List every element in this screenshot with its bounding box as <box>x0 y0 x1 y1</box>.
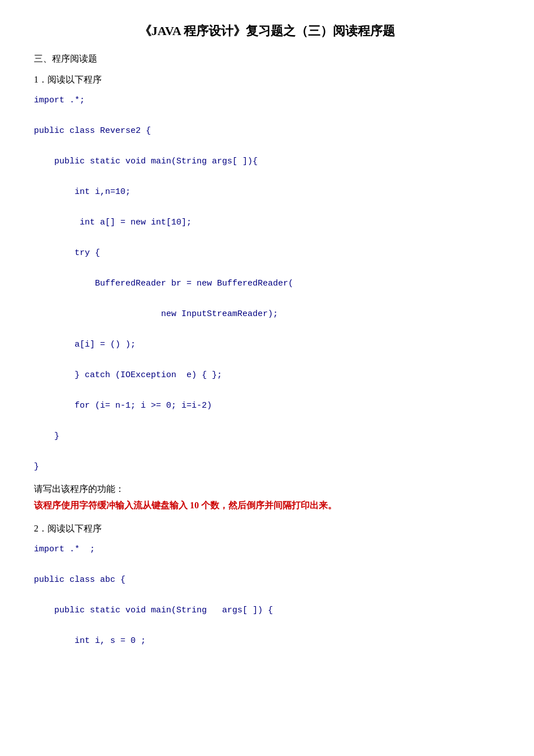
question-1-answer: 该程序使用字符缓冲输入流从键盘输入 10 个数，然后倒序并间隔打印出来。 <box>34 500 500 512</box>
question-1-label: 1．阅读以下程序 <box>34 74 500 86</box>
question-2-label: 2．阅读以下程序 <box>34 523 500 535</box>
question-2-code: import .* ; public class abc { public st… <box>34 542 500 649</box>
question-1-prompt: 请写出该程序的功能： <box>34 483 500 495</box>
question-1-code: import .*; public class Reverse2 { publi… <box>34 93 500 474</box>
question-1: 1．阅读以下程序 import .*; public class Reverse… <box>34 74 500 512</box>
question-2: 2．阅读以下程序 import .* ; public class abc { … <box>34 523 500 649</box>
section-heading: 三、程序阅读题 <box>34 53 500 65</box>
page-title: 《JAVA 程序设计》复习题之（三）阅读程序题 <box>34 23 500 40</box>
